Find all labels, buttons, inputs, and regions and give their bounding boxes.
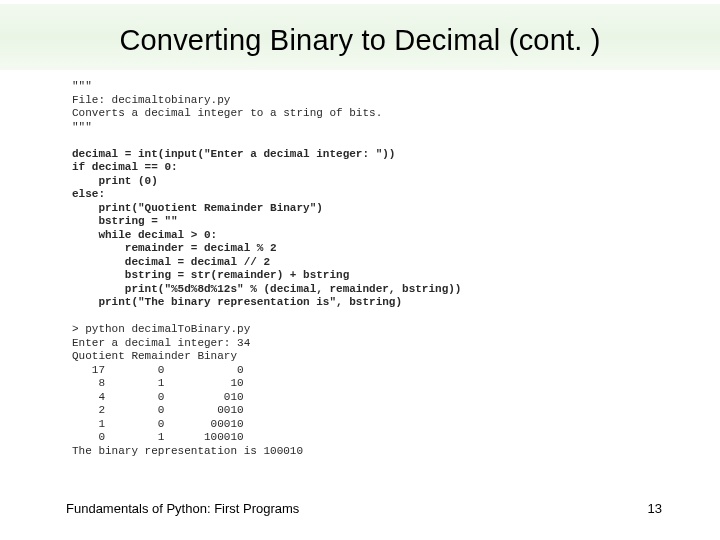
code-line: Quotient Remainder Binary — [72, 350, 237, 362]
code-line: 0 1 100010 — [72, 431, 244, 443]
code-block: """ File: decimaltobinary.py Converts a … — [72, 80, 662, 458]
slide: Converting Binary to Decimal (cont. ) ""… — [0, 0, 720, 540]
code-line: while decimal > 0: — [72, 229, 217, 241]
code-line: 8 1 10 — [72, 377, 244, 389]
code-line: if decimal == 0: — [72, 161, 178, 173]
code-line: else: — [72, 188, 105, 200]
code-line: 1 0 00010 — [72, 418, 244, 430]
code-line: print("The binary representation is", bs… — [72, 296, 402, 308]
code-line: print (0) — [72, 175, 158, 187]
code-line: The binary representation is 100010 — [72, 445, 303, 457]
code-line: decimal = int(input("Enter a decimal int… — [72, 148, 395, 160]
code-line: 4 0 010 — [72, 391, 244, 403]
code-line: print("Quotient Remainder Binary") — [72, 202, 323, 214]
code-line: bstring = "" — [72, 215, 178, 227]
code-line: File: decimaltobinary.py — [72, 94, 230, 106]
code-line: print("%5d%8d%12s" % (decimal, remainder… — [72, 283, 461, 295]
slide-title: Converting Binary to Decimal (cont. ) — [0, 24, 720, 57]
code-line: """ — [72, 121, 92, 133]
footer-text: Fundamentals of Python: First Programs — [66, 501, 299, 516]
code-line: decimal = decimal // 2 — [72, 256, 270, 268]
code-line: Enter a decimal integer: 34 — [72, 337, 250, 349]
code-line: bstring = str(remainder) + bstring — [72, 269, 349, 281]
code-line: 17 0 0 — [72, 364, 244, 376]
code-line: """ — [72, 80, 92, 92]
code-line: remainder = decimal % 2 — [72, 242, 277, 254]
page-number: 13 — [648, 501, 662, 516]
code-line: 2 0 0010 — [72, 404, 244, 416]
code-line: Converts a decimal integer to a string o… — [72, 107, 382, 119]
code-line: > python decimalToBinary.py — [72, 323, 250, 335]
